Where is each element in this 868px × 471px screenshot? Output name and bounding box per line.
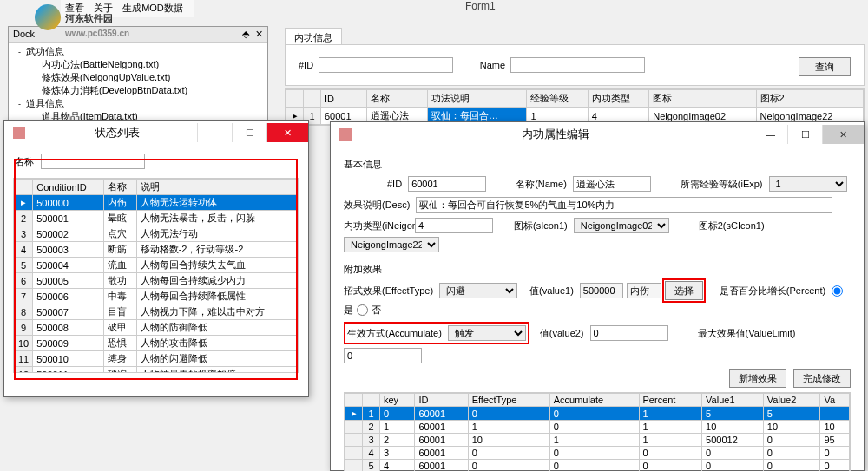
value2-input[interactable] bbox=[590, 325, 668, 341]
table-row[interactable]: 7500006中毒人物每回合持续降低属性 bbox=[15, 289, 299, 304]
dialog-icon bbox=[13, 127, 25, 139]
select-button[interactable]: 选择 bbox=[665, 281, 703, 300]
effect-type-select[interactable]: 闪避 bbox=[439, 283, 517, 298]
desc-input[interactable] bbox=[416, 197, 832, 213]
close-button[interactable]: ✕ bbox=[822, 125, 864, 144]
col-ac[interactable]: Accumulate bbox=[549, 394, 639, 407]
percent-yes-radio[interactable] bbox=[832, 285, 843, 297]
id-input[interactable] bbox=[408, 176, 486, 192]
close-button[interactable]: ✕ bbox=[266, 123, 308, 142]
maximize-button[interactable]: ☐ bbox=[787, 125, 822, 144]
basic-info-label: 基本信息 bbox=[344, 158, 851, 171]
maximize-button[interactable]: ☐ bbox=[232, 123, 266, 142]
percent-no-radio[interactable] bbox=[357, 304, 368, 316]
add-effect-button[interactable]: 新增效果 bbox=[729, 369, 786, 388]
limit-label: 最大效果值(ValueLimit) bbox=[698, 327, 796, 340]
id-label: #ID bbox=[299, 60, 313, 70]
tree: -武功信息 内功心法(BattleNeigong.txt) 修炼效果(Neigo… bbox=[9, 43, 267, 126]
name-input[interactable] bbox=[573, 176, 651, 192]
search-panel: #ID Name 查询 bbox=[285, 44, 865, 86]
attach-effect-label: 附加效果 bbox=[344, 263, 851, 276]
col-icon1[interactable]: 图标 bbox=[649, 90, 756, 108]
col-key[interactable]: key bbox=[380, 394, 415, 407]
col-name[interactable]: 名称 bbox=[366, 90, 427, 108]
exp-select[interactable]: 1 bbox=[769, 176, 847, 192]
id-input[interactable] bbox=[319, 57, 453, 73]
tree-node-wugong[interactable]: 武功信息 bbox=[26, 46, 64, 56]
col-exp[interactable]: 经验等级 bbox=[527, 90, 588, 108]
name-label: Name bbox=[480, 60, 505, 70]
table-row[interactable]: 4500003断筋移动格数-2，行动等级-2 bbox=[15, 242, 299, 258]
minimize-button[interactable]: — bbox=[753, 125, 787, 144]
dialog-title: 状态列表 bbox=[95, 125, 197, 141]
table-row[interactable]: 32600011011500012095 bbox=[345, 434, 850, 447]
value1-text bbox=[627, 283, 661, 298]
table-row[interactable]: 11500010缚身人物的闪避降低 bbox=[15, 351, 299, 367]
query-button[interactable]: 查询 bbox=[799, 57, 851, 76]
col-icon2[interactable]: 图标2 bbox=[756, 90, 863, 108]
tree-toggle-icon[interactable]: - bbox=[16, 49, 23, 56]
name-label: 名称(Name) bbox=[516, 178, 567, 191]
edit-dialog: 内功属性编辑 — ☐ ✕ 基本信息 #ID 名称(Name) 所需经验等级(iE… bbox=[330, 121, 865, 471]
icon1-label: 图标(sIcon1) bbox=[514, 219, 568, 232]
accum-select[interactable]: 触发 bbox=[448, 325, 526, 341]
limit-input[interactable] bbox=[344, 348, 422, 363]
exp-label: 所需经验等级(iExp) bbox=[681, 178, 763, 191]
col-et[interactable]: EffectType bbox=[468, 394, 549, 407]
dialog-icon bbox=[339, 128, 352, 141]
table-row[interactable]: ▸500000内伤人物无法运转功体 bbox=[15, 195, 299, 211]
name-input[interactable] bbox=[510, 57, 645, 73]
dock-panel: Dock ⬘ ✕ -武功信息 内功心法(BattleNeigong.txt) 修… bbox=[8, 26, 268, 121]
icon2-select[interactable]: NeigongImage22 bbox=[344, 237, 439, 252]
tree-node-neigong[interactable]: 内功心法(BattleNeigong.txt) bbox=[16, 58, 260, 71]
accum-label: 生效方式(Accumulate) bbox=[347, 327, 442, 340]
tree-node-develop[interactable]: 修炼体力消耗(DevelopBtnData.txt) bbox=[16, 84, 260, 97]
value1-label: 值(value1) bbox=[529, 285, 574, 298]
table-row[interactable]: ▸106000100155 bbox=[345, 407, 850, 421]
table-row[interactable]: 4360001000000 bbox=[345, 447, 850, 460]
col-condname[interactable]: 名称 bbox=[103, 180, 136, 195]
neigong-grid: ID 名称 功法说明 经验等级 内功类型 图标 图标2 ▸ 1 60001 逍遥… bbox=[285, 88, 865, 126]
value1-input[interactable] bbox=[580, 283, 623, 298]
col-id[interactable]: ID bbox=[415, 394, 468, 407]
type-input[interactable] bbox=[415, 218, 493, 233]
dock-pin-icon[interactable]: ⬘ bbox=[242, 29, 249, 39]
condition-grid: ConditionID 名称 说明 ▸500000内伤人物无法运转功体 2500… bbox=[13, 178, 299, 373]
col-pc[interactable]: Percent bbox=[639, 394, 702, 407]
dock-title: Dock bbox=[13, 29, 35, 40]
col-v2[interactable]: Value2 bbox=[763, 394, 820, 407]
col-desc[interactable]: 功法说明 bbox=[428, 90, 527, 108]
col-type[interactable]: 内功类型 bbox=[588, 90, 648, 108]
table-row[interactable]: 8500007目盲人物视力下降，难以击中对方 bbox=[15, 304, 299, 320]
dock-close-icon[interactable]: ✕ bbox=[255, 29, 263, 39]
col-conddesc[interactable]: 说明 bbox=[136, 180, 298, 195]
cond-name-input[interactable] bbox=[41, 154, 145, 169]
col-vl[interactable]: Va bbox=[820, 394, 850, 407]
logo-icon bbox=[35, 4, 61, 30]
tree-toggle-icon[interactable]: - bbox=[16, 101, 23, 108]
col-id[interactable]: ID bbox=[321, 90, 367, 108]
table-row[interactable]: 9500008破甲人物的防御降低 bbox=[15, 320, 299, 336]
col-condid[interactable]: ConditionID bbox=[33, 180, 103, 195]
grid-corner bbox=[304, 90, 321, 108]
table-row[interactable]: 5500004流血人物每回合持续失去气血 bbox=[15, 258, 299, 273]
col-v1[interactable]: Value1 bbox=[702, 394, 764, 407]
table-row[interactable]: 12500011破绽人物被暴击的机率加倍 bbox=[15, 367, 299, 374]
id-label: #ID bbox=[387, 179, 402, 189]
table-row[interactable]: 6500005散功人物每回合持续减少内力 bbox=[15, 273, 299, 289]
table-row[interactable]: 3500002点穴人物无法行动 bbox=[15, 226, 299, 242]
table-row[interactable]: 5460001000000 bbox=[345, 460, 850, 472]
icon1-select[interactable]: NeigongImage02 bbox=[574, 218, 669, 233]
menu-gen-mod[interactable]: 生成MOD数据 bbox=[122, 3, 183, 13]
table-row[interactable]: 10500009恐惧人物的攻击降低 bbox=[15, 336, 299, 351]
table-row[interactable]: 2160001101101010 bbox=[345, 421, 850, 434]
tree-node-daoju[interactable]: 道具信息 bbox=[26, 98, 64, 108]
minimize-button[interactable]: — bbox=[197, 123, 232, 142]
dialog-title: 内功属性编辑 bbox=[358, 127, 753, 142]
icon2-label: 图标2(sCIcon1) bbox=[699, 219, 765, 232]
table-row[interactable]: 2500001晕眩人物无法暴击，反击，闪躲 bbox=[15, 211, 299, 226]
effect-grid: key ID EffectType Accumulate Percent Val… bbox=[344, 392, 851, 471]
type-label: 内功类型(iNeigongType) bbox=[344, 219, 409, 232]
done-button[interactable]: 完成修改 bbox=[793, 369, 851, 388]
tree-node-xiulian[interactable]: 修炼效果(NeigongUpValue.txt) bbox=[16, 71, 260, 84]
